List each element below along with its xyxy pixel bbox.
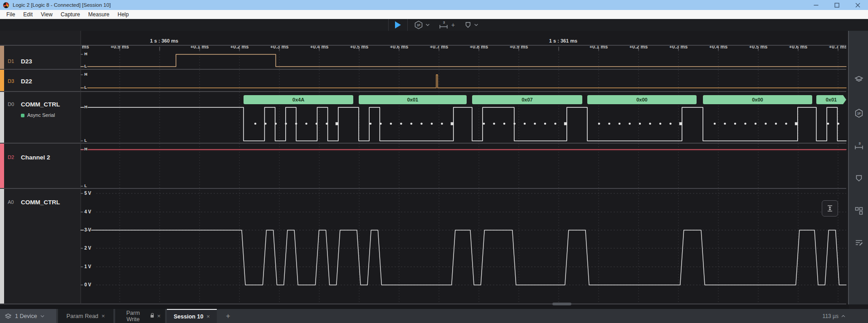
level-label: H [84,72,88,77]
decoded-byte-value: 0x07 [522,97,532,102]
bit-sample-dot [275,123,277,125]
menu-edit[interactable]: Edit [19,10,37,19]
bit-sample-dot [285,123,287,125]
decoded-byte-bubble[interactable]: 0x07 [472,95,582,104]
trigger-dropdown[interactable] [425,24,430,26]
toolbar-divider [388,19,389,31]
new-tab-button[interactable]: + [221,309,235,323]
menu-file[interactable]: File [2,10,19,19]
decoded-byte-bubble[interactable]: 0x01 [359,95,467,104]
bit-sample-dot [714,123,716,125]
maximize-icon [834,3,839,8]
channel-name: COMM_CTRL [21,101,60,108]
menu-help[interactable]: Help [113,10,133,19]
decoded-byte-value: 0x00 [636,97,647,102]
decoded-byte-value: 0x00 [752,97,763,102]
maximize-button[interactable] [826,0,847,10]
bit-sample-dot [410,123,413,125]
channel-id: D1 [8,58,14,64]
extensions-icon [853,205,864,216]
session-tabs: Param Read×Parm Write×Session 10× [58,309,217,323]
tab-session-10[interactable]: Session 10× [167,309,217,323]
tab-parm-write[interactable]: Parm Write× [115,309,165,323]
bit-sample-dot [649,123,651,125]
h-scrollbar-thumb[interactable] [552,303,571,305]
tab-param-read[interactable]: Param Read× [58,309,113,323]
tab-close-icon[interactable]: × [206,313,210,319]
menu-capture[interactable]: Capture [57,10,84,19]
close-button[interactable] [847,0,868,10]
analyzer-name[interactable]: Async Serial [27,112,55,118]
decoded-byte-value: 0x01 [407,97,418,102]
decoded-byte-bubble[interactable]: 0x00 [703,95,812,104]
sidebar-trigger-hex-button[interactable]: 1F [853,107,865,119]
play-icon [395,21,401,29]
chevron-down-icon [474,24,478,26]
sidebar-extensions-button[interactable] [853,205,865,217]
annotations-flag-icon [853,174,864,184]
level-label: H [84,52,88,56]
bit-sample-dot [534,123,536,125]
annotations-dropdown[interactable] [474,24,478,26]
level-label: 1 V [84,264,91,269]
bit-sample-dot [659,123,662,125]
level-label: L [84,183,87,188]
menu-bar: FileEditViewCaptureMeasureHelp [0,10,868,19]
toolbar: 1F 3 + [0,19,868,31]
play-button[interactable] [395,21,401,29]
level-label: 0 V [84,282,91,287]
bit-sample-dot [316,123,318,125]
bit-sample-dot [380,123,382,125]
bit-sample-dot [254,123,257,125]
menu-view[interactable]: View [37,10,57,19]
tab-close-icon[interactable]: × [102,313,105,319]
timeline-ruler[interactable]: +0.8 ms+0.9 ms1 s : 360 ms+0.1 ms+0.2 ms… [71,38,848,304]
chevron-up-icon [841,315,845,318]
decoded-byte-bubble[interactable]: 0x4A [244,95,353,104]
minimize-button[interactable] [805,0,826,10]
channel-color-strip-d2 [0,144,4,188]
tab-label: Param Read [67,313,98,319]
add-measurement-button[interactable]: + [451,22,455,28]
measure-ruler-icon: 3 [438,20,449,29]
sidebar-notes-button[interactable] [853,237,865,249]
sidebar-measure-ruler-button[interactable]: 3 [853,140,865,152]
capture-range[interactable]: 113 µs [823,309,845,323]
channel-color-strip-a0 [0,189,4,304]
bit-sample-dot [724,123,726,125]
trigger-button[interactable]: 1F [414,20,424,30]
channel-id: D0 [8,101,14,107]
channel-label-d2[interactable]: D2Channel 2 [8,154,50,161]
analog-scale-button[interactable] [822,200,838,217]
title-bar: Logic 2 [Logic 8 - Connected] [Session 1… [0,0,868,10]
bit-sample-dot [493,123,495,125]
bit-sample-dot [734,123,736,125]
tab-close-icon[interactable]: × [157,313,161,319]
device-selector[interactable]: 1 Device [0,309,56,323]
measurements-button[interactable]: 3 [438,20,449,29]
channel-color-strip-d0 [0,92,4,143]
decoded-byte-bubble[interactable]: 0x00 [587,95,697,104]
channel-name: D23 [21,58,32,65]
bit-sample-dot [755,123,757,125]
sidebar-analyzers-button[interactable] [853,73,865,85]
bit-end-marker [564,122,567,125]
chevron-down-icon [425,24,430,26]
annotations-button[interactable] [464,21,472,29]
capture-range-label: 113 µs [823,313,839,319]
window-controls [805,0,868,10]
bit-sample-dot [608,123,610,125]
device-label: 1 Device [15,313,37,319]
bit-sample-dot [370,123,372,125]
decoded-byte-bubble[interactable]: 0x01 [816,95,846,104]
h-scrollbar-track[interactable] [0,304,849,309]
bit-sample-dot [619,123,621,125]
menu-measure[interactable]: Measure [84,10,114,19]
sidebar-annotations-flag-button[interactable] [853,173,865,185]
bit-sample-dot [775,123,777,125]
bit-sample-dot [669,123,672,125]
level-label: H [84,147,88,151]
timeline-major-label: 1 s : 360 ms [150,38,178,43]
level-label: 3 V [84,227,91,232]
waveform-canvas[interactable]: +0.8 ms+0.9 ms1 s : 360 ms+0.1 ms+0.2 ms… [0,31,849,304]
